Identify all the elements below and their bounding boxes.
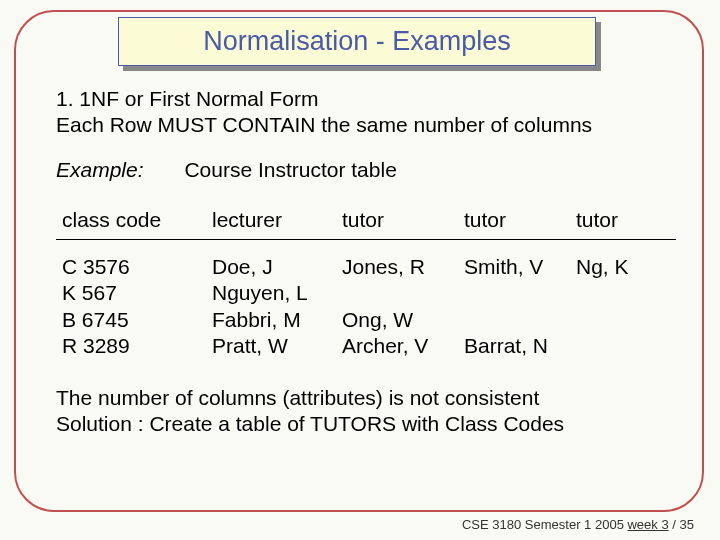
cell: Fabbri, M <box>212 307 342 333</box>
cell: Smith, V <box>464 254 576 280</box>
table-body: C 3576 Doe, J Jones, R Smith, V Ng, K K … <box>56 254 676 359</box>
footer-sep: / <box>669 517 680 532</box>
col-tutor3: tutor <box>576 207 666 233</box>
summary: The number of columns (attributes) is no… <box>56 385 676 438</box>
slide-title: Normalisation - Examples <box>203 26 511 57</box>
cell <box>576 333 666 359</box>
summary-line1: The number of columns (attributes) is no… <box>56 385 676 411</box>
cell: R 3289 <box>56 333 212 359</box>
col-lecturer: lecturer <box>212 207 342 233</box>
heading-line2: Each Row MUST CONTAIN the same number of… <box>56 112 676 138</box>
cell: Pratt, W <box>212 333 342 359</box>
summary-line2: Solution : Create a table of TUTORS with… <box>56 411 676 437</box>
footer-total: 35 <box>680 517 694 532</box>
cell: Archer, V <box>342 333 464 359</box>
cell: C 3576 <box>56 254 212 280</box>
example-row: Example: Course Instructor table <box>56 157 676 183</box>
footer-course: CSE 3180 Semester 1 2005 <box>462 517 628 532</box>
table: class code lecturer tutor tutor tutor C … <box>56 207 676 359</box>
heading-line1: 1. 1NF or First Normal Form <box>56 86 676 112</box>
slide-content: 1. 1NF or First Normal Form Each Row MUS… <box>56 86 676 438</box>
table-row: C 3576 Doe, J Jones, R Smith, V Ng, K <box>56 254 676 280</box>
cell: Jones, R <box>342 254 464 280</box>
cell: Ng, K <box>576 254 666 280</box>
cell <box>342 280 464 306</box>
footer: CSE 3180 Semester 1 2005 week 3 / 35 <box>462 517 694 532</box>
col-tutor1: tutor <box>342 207 464 233</box>
cell <box>464 307 576 333</box>
cell: Ong, W <box>342 307 464 333</box>
col-classcode: class code <box>56 207 212 233</box>
cell <box>464 280 576 306</box>
col-tutor2: tutor <box>464 207 576 233</box>
cell <box>576 307 666 333</box>
table-row: R 3289 Pratt, W Archer, V Barrat, N <box>56 333 676 359</box>
cell: Barrat, N <box>464 333 576 359</box>
cell: Nguyen, L <box>212 280 342 306</box>
table-row: B 6745 Fabbri, M Ong, W <box>56 307 676 333</box>
cell: K 567 <box>56 280 212 306</box>
example-name: Course Instructor table <box>184 158 396 181</box>
table-row: K 567 Nguyen, L <box>56 280 676 306</box>
cell: Doe, J <box>212 254 342 280</box>
table-header: class code lecturer tutor tutor tutor <box>56 207 676 240</box>
title-box: Normalisation - Examples <box>118 17 596 66</box>
cell <box>576 280 666 306</box>
cell: B 6745 <box>56 307 212 333</box>
footer-week: week 3 <box>627 517 668 532</box>
example-label: Example: <box>56 158 144 181</box>
